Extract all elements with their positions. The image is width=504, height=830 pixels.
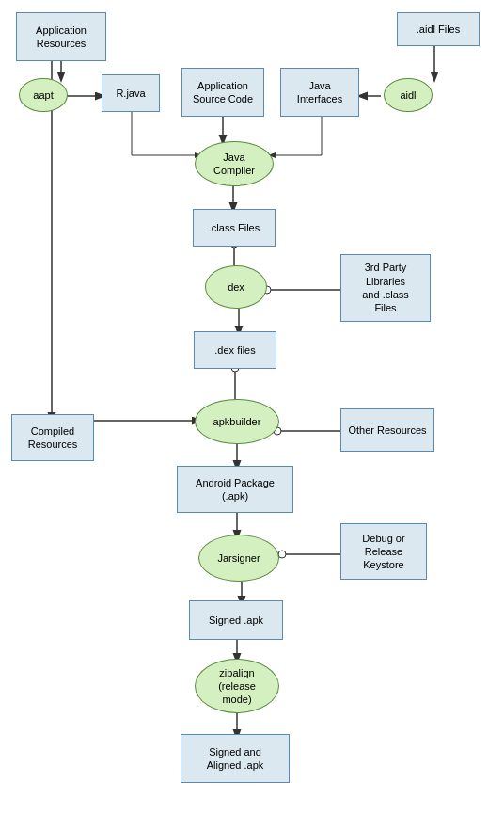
zipalign-ellipse: zipalign (release mode)	[195, 659, 279, 713]
java-interfaces-box: Java Interfaces	[280, 68, 359, 117]
debug-release-box: Debug or Release Keystore	[340, 523, 427, 580]
java-compiler-ellipse: Java Compiler	[195, 141, 274, 186]
zipalign-label: zipalign (release mode)	[218, 666, 256, 707]
app-resources-box: Application Resources	[16, 12, 106, 61]
app-source-box: Application Source Code	[181, 68, 264, 117]
aidl-ellipse: aidl	[384, 78, 433, 112]
apkbuilder-label: apkbuilder	[213, 415, 261, 428]
signed-aligned-label: Signed and Aligned .apk	[207, 745, 264, 773]
other-resources-label: Other Resources	[348, 423, 426, 437]
other-resources-box: Other Resources	[340, 408, 434, 452]
third-party-label: 3rd Party Libraries and .class Files	[362, 261, 409, 314]
class-files-box: .class Files	[193, 209, 276, 247]
debug-release-label: Debug or Release Keystore	[362, 532, 404, 572]
java-interfaces-label: Java Interfaces	[297, 79, 342, 106]
compiled-resources-box: Compiled Resources	[11, 414, 94, 461]
aapt-ellipse: aapt	[19, 78, 68, 112]
compiled-resources-label: Compiled Resources	[28, 424, 78, 452]
dex-ellipse: dex	[205, 265, 267, 309]
java-compiler-label: Java Compiler	[213, 151, 255, 178]
dex-label: dex	[228, 280, 244, 294]
svg-point-24	[278, 551, 286, 558]
android-package-label: Android Package (.apk)	[196, 476, 275, 503]
jarsigner-label: Jarsigner	[217, 551, 260, 565]
signed-apk-label: Signed .apk	[209, 614, 263, 627]
app-resources-label: Application Resources	[36, 24, 87, 51]
third-party-box: 3rd Party Libraries and .class Files	[340, 254, 431, 322]
app-source-label: Application Source Code	[193, 79, 253, 106]
aapt-label: aapt	[33, 88, 53, 102]
signed-aligned-box: Signed and Aligned .apk	[181, 734, 290, 783]
rjava-box: R.java	[102, 74, 160, 112]
android-package-box: Android Package (.apk)	[177, 466, 293, 513]
jarsigner-ellipse: Jarsigner	[198, 535, 279, 582]
aidl-files-box: .aidl Files	[397, 12, 480, 46]
diagram: Application Resources .aidl Files aapt R…	[0, 0, 504, 830]
rjava-label: R.java	[116, 87, 145, 100]
aidl-label: aidl	[400, 88, 416, 102]
signed-apk-box: Signed .apk	[189, 600, 283, 640]
class-files-label: .class Files	[209, 221, 260, 234]
dex-files-label: .dex files	[214, 343, 255, 357]
dex-files-box: .dex files	[194, 331, 276, 369]
apkbuilder-ellipse: apkbuilder	[195, 399, 279, 444]
aidl-files-label: .aidl Files	[417, 23, 460, 36]
